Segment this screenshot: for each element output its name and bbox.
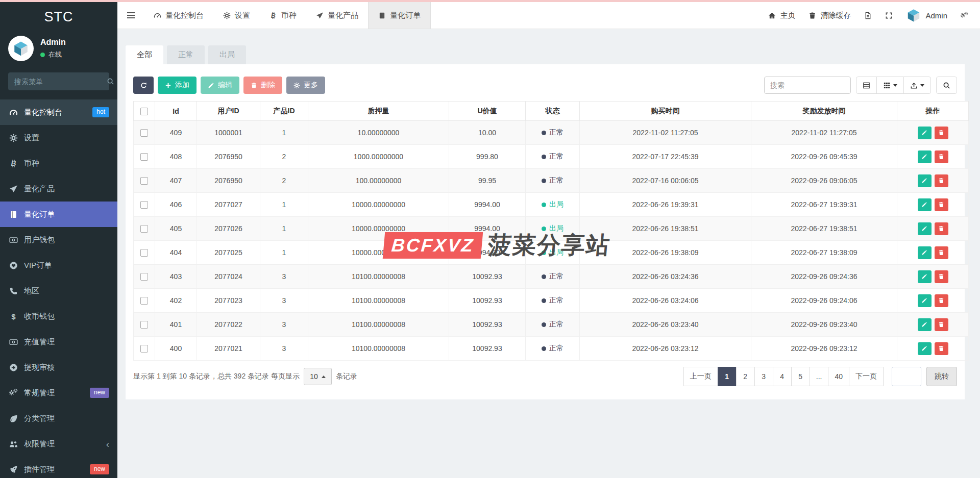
export-button[interactable]	[903, 77, 931, 94]
column-header-uvalue[interactable]: U价值	[449, 102, 526, 121]
page-next[interactable]: 下一页	[849, 367, 884, 386]
sidebar-item-recharge[interactable]: 充值管理	[0, 329, 117, 355]
row-edit-button[interactable]	[918, 318, 932, 331]
toggle-view-button[interactable]	[856, 77, 877, 94]
leaf-icon	[8, 414, 18, 423]
page-size-select[interactable]: 10	[304, 368, 332, 385]
topnav-cogs[interactable]	[954, 2, 975, 29]
add-button[interactable]: 添加	[158, 77, 197, 94]
page-5[interactable]: 5	[791, 367, 810, 386]
topnav-file[interactable]	[857, 2, 878, 29]
filter-tab-all[interactable]: 全部	[126, 45, 163, 64]
sidebar-item-general[interactable]: 常规管理new	[0, 380, 117, 406]
page-ellipsis[interactable]: ...	[810, 367, 829, 386]
sidebar-item-withdraw-audit[interactable]: 提现审核	[0, 355, 117, 380]
edit-button[interactable]: 编辑	[201, 77, 239, 94]
row-edit-button[interactable]	[918, 294, 932, 307]
column-header-uid[interactable]: 用户ID	[197, 102, 260, 121]
row-edit-button[interactable]	[918, 222, 932, 235]
row-delete-button[interactable]	[935, 342, 948, 355]
sidebar-item-user-wallet[interactable]: 用户钱包	[0, 227, 117, 253]
filter-tab-normal[interactable]: 正常	[167, 45, 205, 64]
row-checkbox[interactable]	[140, 345, 148, 353]
row-delete-button[interactable]	[935, 150, 948, 163]
sidebar-item-plugins[interactable]: 插件管理new	[0, 457, 117, 478]
sidebar-item-label: 地区	[24, 286, 39, 296]
row-checkbox[interactable]	[140, 297, 148, 305]
row-edit-button[interactable]	[918, 174, 932, 187]
row-edit-button[interactable]	[918, 342, 932, 355]
row-delete-button[interactable]	[935, 318, 948, 331]
refresh-button[interactable]	[133, 77, 154, 94]
row-delete-button[interactable]	[935, 222, 948, 235]
view-button-group	[856, 77, 931, 94]
column-header-pid[interactable]: 产品ID	[260, 102, 308, 121]
row-edit-button[interactable]	[918, 246, 932, 259]
sidebar-item-receive-wallet[interactable]: $收币钱包	[0, 304, 117, 329]
row-edit-button[interactable]	[918, 198, 932, 211]
table-search-input[interactable]	[764, 77, 851, 94]
row-edit-button[interactable]	[918, 150, 932, 163]
topnav-item-label: 主页	[780, 11, 795, 20]
cell-uid: 2077027	[197, 193, 260, 217]
sidebar-item-quant-orders[interactable]: 量化订单	[0, 202, 117, 227]
row-checkbox[interactable]	[140, 225, 148, 233]
column-header-buy_time[interactable]: 购买时间	[580, 102, 751, 121]
row-delete-button[interactable]	[935, 127, 948, 139]
row-checkbox[interactable]	[140, 201, 148, 209]
topnav-expand[interactable]	[878, 2, 899, 29]
more-button[interactable]: 更多	[286, 77, 325, 94]
tab-coins[interactable]: B币种	[260, 2, 306, 29]
row-checkbox[interactable]	[140, 153, 148, 161]
search-button[interactable]	[936, 77, 957, 94]
row-delete-button[interactable]	[935, 198, 948, 211]
sidebar-item-permissions[interactable]: 权限管理‹	[0, 431, 117, 457]
row-delete-button[interactable]	[935, 246, 948, 259]
page-prev[interactable]: 上一页	[683, 367, 718, 386]
tab-quant-products[interactable]: 量化产品	[306, 2, 368, 29]
tab-quant-console[interactable]: 量化控制台	[144, 2, 213, 29]
table-row: 4091000001110.0000000010.00正常2022-11-02 …	[134, 121, 969, 145]
column-header-amount[interactable]: 质押量	[308, 102, 449, 121]
tab-label: 设置	[235, 11, 250, 20]
sidebar-search-input[interactable]	[14, 78, 107, 86]
page-4[interactable]: 4	[773, 367, 792, 386]
row-delete-button[interactable]	[935, 294, 948, 307]
jump-page-input[interactable]	[892, 367, 921, 386]
sidebar-item-coins[interactable]: B币种	[0, 150, 117, 176]
row-checkbox[interactable]	[140, 177, 148, 185]
delete-button[interactable]: 删除	[243, 77, 282, 94]
sidebar-item-quant-products[interactable]: 量化产品	[0, 176, 117, 202]
sidebar-item-vip-orders[interactable]: VIP订单	[0, 253, 117, 278]
column-header-reward_time[interactable]: 奖励发放时间	[751, 102, 897, 121]
sidebar-item-categories[interactable]: 分类管理	[0, 406, 117, 431]
row-checkbox[interactable]	[140, 321, 148, 329]
page-40[interactable]: 40	[828, 367, 849, 386]
row-edit-button[interactable]	[918, 270, 932, 283]
hamburger-menu-icon[interactable]	[117, 2, 144, 29]
page-2[interactable]: 2	[736, 367, 755, 386]
page-3[interactable]: 3	[754, 367, 773, 386]
topnav-user[interactable]: Admin	[899, 2, 954, 29]
row-delete-button[interactable]	[935, 270, 948, 283]
sidebar-item-settings[interactable]: 设置	[0, 125, 117, 150]
column-header-status[interactable]: 状态	[526, 102, 580, 121]
row-checkbox[interactable]	[140, 129, 148, 137]
row-checkbox[interactable]	[140, 273, 148, 281]
row-checkbox[interactable]	[140, 249, 148, 257]
columns-button[interactable]	[876, 77, 904, 94]
status-badge: 出局	[542, 200, 564, 209]
topnav-clear-cache[interactable]: 清除缓存	[802, 2, 857, 29]
tab-settings[interactable]: 设置	[213, 2, 260, 29]
filter-tab-out[interactable]: 出局	[208, 45, 246, 64]
row-delete-button[interactable]	[935, 174, 948, 187]
page-1[interactable]: 1	[718, 367, 737, 386]
tab-quant-orders[interactable]: 量化订单	[368, 2, 431, 29]
column-header-id[interactable]: Id	[155, 102, 197, 121]
jump-button[interactable]: 跳转	[926, 367, 957, 386]
sidebar-item-regions[interactable]: 地区	[0, 278, 117, 304]
sidebar-item-quant-console[interactable]: 量化控制台hot	[0, 99, 117, 125]
select-all-checkbox[interactable]	[140, 108, 148, 115]
topnav-home[interactable]: 主页	[762, 2, 802, 29]
row-edit-button[interactable]	[918, 127, 932, 139]
